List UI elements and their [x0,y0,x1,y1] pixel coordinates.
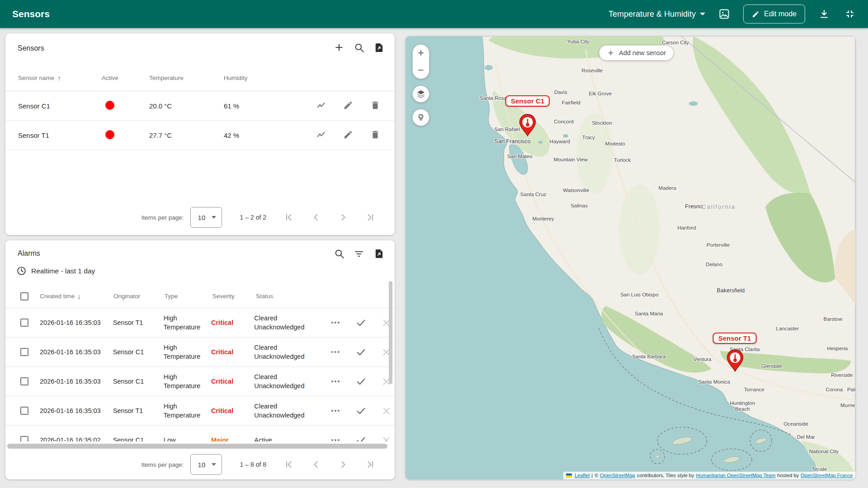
first-page-icon[interactable] [283,212,294,223]
row-checkbox[interactable] [20,407,28,415]
more-actions-icon[interactable] [327,346,344,358]
map-marker-sensor-c1[interactable] [519,114,537,136]
table-row[interactable]: Sensor T1 27.7 °C 42 % [5,121,395,150]
map-city-label: Corona [826,387,843,392]
prev-page-icon[interactable] [311,459,321,470]
timeseries-chart-icon[interactable] [316,100,327,111]
acknowledge-icon[interactable] [352,317,369,328]
row-checkbox[interactable] [20,377,28,385]
next-page-icon[interactable] [338,459,349,470]
prev-page-icon[interactable] [311,212,321,223]
next-page-icon[interactable] [338,212,349,223]
export-icon[interactable] [373,42,385,53]
last-page-icon[interactable] [365,459,376,470]
leaflet-link[interactable]: Leaflet [575,473,590,478]
alarm-row[interactable]: 2026-01-16 16:35:03Sensor T1High Tempera… [5,396,395,426]
map-marker-sensor-t1[interactable] [726,349,744,372]
vertical-scrollbar[interactable] [389,281,392,384]
select-all-checkbox[interactable] [20,292,28,300]
alarms-widget: Alarms Realtime - last 1 day Created tim… [5,240,395,479]
alarms-table-body: 2026-01-16 16:35:03Sensor T1High Tempera… [5,308,395,441]
map-city-label: Hayward [550,139,570,144]
type-cell: High Temperature [164,343,211,361]
type-cell: Low [164,436,211,441]
search-icon[interactable] [333,248,345,259]
temperature-cell: 27.7 °C [149,131,224,139]
marker-label-sensor-t1[interactable]: Sensor T1 [713,333,757,344]
severity-cell: Critical [211,319,254,326]
export-icon[interactable] [373,248,385,259]
row-checkbox[interactable] [20,436,28,441]
alarms-time-window[interactable]: Realtime - last 1 day [16,266,95,276]
column-created-time[interactable]: Created time ↓ [40,292,113,300]
severity-cell: Critical [211,378,254,385]
pencil-icon [752,10,760,18]
map-city-label: Riverside [831,372,853,378]
column-sensor-name[interactable]: Sensor name ↑ [18,74,102,82]
clear-alarm-icon[interactable] [377,405,395,417]
edit-icon[interactable] [343,130,354,141]
table-row[interactable]: Sensor C1 20.0 °C 61 % [5,91,395,121]
row-checkbox[interactable] [20,319,28,327]
alarm-row[interactable]: 2026-01-16 16:35:02Sensor C1LowMajorActi… [5,426,395,441]
acknowledge-icon[interactable] [352,346,369,358]
alarm-row[interactable]: 2026-01-16 16:35:03Sensor T1High Tempera… [5,308,395,338]
filter-icon[interactable] [353,248,365,259]
timeseries-chart-icon[interactable] [316,130,327,141]
alarm-row[interactable]: 2026-01-16 16:35:03Sensor C1High Tempera… [5,338,395,367]
delete-icon[interactable] [370,100,381,111]
horizontal-scrollbar[interactable] [7,444,387,449]
more-actions-icon[interactable] [327,405,344,417]
column-active[interactable]: Active [102,75,149,81]
delete-icon[interactable] [370,130,381,141]
map-city-label: Salinas [571,203,588,208]
osmfr-link[interactable]: OpenStreetMap France [801,473,853,478]
more-actions-icon[interactable] [327,317,344,328]
map-city-label: Tracy [582,135,595,140]
severity-cell: Critical [211,348,254,356]
top-bar: Sensors Temperature & Humidity Edit mode [0,0,868,28]
edit-mode-button[interactable]: Edit mode [743,5,805,23]
acknowledge-icon[interactable] [352,434,369,441]
acknowledge-icon[interactable] [352,375,369,387]
clear-alarm-icon[interactable] [377,434,395,441]
created-time-cell: 2026-01-16 16:35:03 [40,407,113,414]
edit-icon[interactable] [343,100,354,111]
column-type[interactable]: Type [165,293,212,300]
dashboard-image-icon[interactable] [717,7,731,21]
column-originator[interactable]: Originator [113,293,165,300]
more-actions-icon[interactable] [327,375,344,387]
zoom-out-button[interactable]: − [413,62,429,79]
dashboard-state-label: Temperature & Humidity [609,9,696,19]
acknowledge-icon[interactable] [352,405,369,417]
hot-link[interactable]: Humanitarian OpenStreetMap Team [696,473,775,478]
dashboard-state-selector[interactable]: Temperature & Humidity [609,9,705,19]
map-layers-button[interactable] [412,85,429,103]
last-page-icon[interactable] [365,212,376,223]
items-per-page-select[interactable]: 10 [190,207,222,228]
alarm-row[interactable]: 2026-01-16 16:35:03Sensor C1High Tempera… [5,367,395,396]
download-icon[interactable] [817,7,831,21]
fullscreen-exit-icon[interactable] [843,7,857,21]
first-page-icon[interactable] [283,459,294,470]
map-city-label: Fairfield [562,100,580,105]
marker-label-sensor-c1[interactable]: Sensor C1 [505,95,550,107]
add-entity-icon[interactable] [333,42,345,53]
column-humidity[interactable]: Humidity [224,75,292,81]
zoom-in-button[interactable]: + [413,45,429,62]
more-actions-icon[interactable] [327,434,344,441]
active-status-dot [105,101,114,110]
search-icon[interactable] [353,42,365,53]
sensors-paginator: Items per page: 10 1 – 2 of 2 [5,200,395,235]
map-widget[interactable]: Yuba CityCarson CityRosevilleDavisElk Gr… [406,36,855,479]
add-new-sensor-button[interactable]: Add new sensor [599,45,674,61]
column-status[interactable]: Status [256,293,328,300]
column-temperature[interactable]: Temperature [149,75,224,81]
row-checkbox[interactable] [20,348,28,356]
items-per-page-select[interactable]: 10 [190,454,222,475]
map-locate-button[interactable] [412,109,429,126]
time-window-label: Realtime - last 1 day [31,267,95,275]
originator-cell: Sensor C1 [113,378,164,385]
osm-link[interactable]: OpenStreetMap [600,473,635,478]
column-severity[interactable]: Severity [212,293,256,300]
